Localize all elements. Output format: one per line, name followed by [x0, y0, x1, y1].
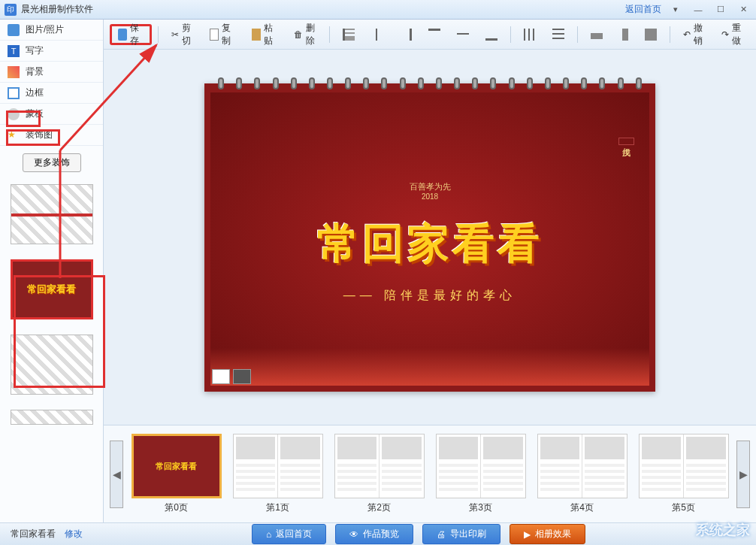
align-top-button[interactable] [422, 24, 447, 45]
mask-icon [8, 108, 20, 120]
sidebar-item-mask[interactable]: 蒙板 [0, 104, 103, 125]
background-icon [8, 66, 20, 78]
distribute-h-icon [524, 29, 536, 41]
align-left-button[interactable] [336, 24, 361, 45]
footer-export-button[interactable]: 🖨 导出印刷 [422, 524, 500, 544]
sidebar-label: 装饰图 [26, 129, 53, 141]
minimize-button[interactable]: — [690, 3, 706, 17]
canvas-area[interactable]: 百善孝为先 2018 戊戌年 常回家看看 —— 陪伴是最好的孝心 [104, 50, 756, 425]
cut-button[interactable]: ✂ 剪切 [165, 24, 200, 45]
page-strip-next[interactable]: ▶ [736, 441, 750, 508]
edit-link[interactable]: 修改 [65, 528, 83, 540]
page-item-5[interactable]: 第5页 [637, 434, 730, 514]
decoration-thumb[interactable] [11, 335, 93, 395]
align-bottom-icon [485, 29, 497, 41]
align-center-v-button[interactable] [450, 24, 476, 45]
project-name: 常回家看看 [11, 528, 56, 540]
spiral-binding [212, 77, 648, 89]
decoration-thumb-selected[interactable]: 常回家看看 [11, 259, 93, 319]
sidebar-label: 蒙板 [26, 107, 44, 120]
page-label: 第1页 [266, 501, 289, 514]
page-label: 第5页 [672, 501, 695, 514]
border-icon [8, 87, 20, 99]
canvas-page-button[interactable] [212, 369, 230, 384]
paste-button[interactable]: 粘贴 [245, 24, 284, 45]
effect-icon: ▶ [524, 529, 531, 540]
sidebar-item-decoration[interactable]: ★ 装饰图 [0, 125, 103, 146]
distribute-v-button[interactable] [546, 24, 571, 45]
dropdown-icon[interactable]: ▾ [667, 3, 684, 17]
page-label: 第2页 [367, 501, 391, 514]
distribute-v-icon [552, 29, 564, 41]
page-item-2[interactable]: 第2页 [332, 434, 426, 514]
preview-icon: 👁 [349, 529, 358, 540]
undo-icon: ↶ [683, 29, 691, 40]
delete-button[interactable]: 🗑 删除 [287, 24, 324, 45]
text-icon: T [8, 45, 20, 57]
app-icon: 印 [5, 4, 17, 16]
sidebar-label: 边框 [26, 86, 44, 99]
decoration-thumb[interactable] [11, 410, 93, 425]
page-strip: ◀ 常回家看看 第0页 第1页 第2页 第3页 [104, 425, 756, 522]
align-center-h-icon [371, 29, 383, 41]
redo-button[interactable]: ↷ 重做 [715, 24, 750, 45]
distribute-h-button[interactable] [517, 24, 543, 45]
footer-effect-button[interactable]: ▶ 相册效果 [510, 524, 585, 544]
page-label: 第3页 [469, 501, 492, 514]
width-icon [591, 33, 603, 39]
page-thumb: 常回家看看 [132, 434, 222, 498]
align-right-button[interactable] [393, 24, 419, 45]
trash-icon: 🗑 [294, 29, 303, 40]
width-equal-button[interactable] [584, 24, 609, 45]
maximize-button[interactable]: ☐ [712, 3, 729, 17]
copy-button[interactable]: 复制 [203, 24, 242, 45]
home-link[interactable]: 返回首页 [625, 3, 661, 16]
canvas-year: 2018 [422, 192, 438, 201]
sidebar-label: 图片/照片 [26, 23, 64, 36]
sidebar-label: 背景 [26, 65, 44, 78]
page-label: 第0页 [165, 501, 188, 514]
height-equal-button[interactable] [612, 24, 635, 45]
page-item-4[interactable]: 第4页 [535, 434, 629, 514]
page-item-1[interactable]: 第1页 [231, 434, 325, 514]
align-left-icon [343, 29, 355, 41]
sidebar-item-background[interactable]: 背景 [0, 62, 103, 83]
page-strip-prev[interactable]: ◀ [110, 441, 123, 508]
copy-icon [210, 29, 219, 41]
footer-home-button[interactable]: ⌂ 返回首页 [252, 524, 326, 544]
sidebar-item-text[interactable]: T 写字 [0, 41, 103, 62]
canvas[interactable]: 百善孝为先 2018 戊戌年 常回家看看 —— 陪伴是最好的孝心 [204, 83, 655, 392]
more-decorations-button[interactable]: 更多装饰 [23, 153, 81, 172]
decoration-thumbs: 常回家看看 [0, 180, 103, 522]
align-right-icon [400, 29, 412, 41]
star-icon: ★ [8, 129, 20, 141]
save-icon [118, 29, 127, 41]
toolbar: 保存 ✂ 剪切 复制 粘贴 🗑 删除 [104, 20, 756, 50]
redo-icon: ↷ [721, 29, 729, 40]
undo-button[interactable]: ↶ 撤销 [676, 24, 712, 45]
canvas-tool-button[interactable] [233, 369, 251, 384]
align-center-h-button[interactable] [364, 24, 390, 45]
footer-preview-button[interactable]: 👁 作品预览 [335, 524, 413, 544]
height-icon [622, 29, 628, 41]
save-button[interactable]: 保存 [110, 24, 152, 45]
close-button[interactable]: ✕ [735, 3, 751, 17]
canvas-main-title[interactable]: 常回家看看 [317, 216, 543, 273]
canvas-flowers-decoration [210, 348, 649, 386]
sidebar: 图片/照片 T 写字 背景 边框 蒙板 ★ 装饰图 更多装饰 常回家看看 [0, 20, 104, 522]
page-item-0[interactable]: 常回家看看 第0页 [129, 434, 223, 514]
home-icon: ⌂ [266, 529, 271, 540]
sidebar-item-photo[interactable]: 图片/照片 [0, 20, 103, 41]
size-equal-button[interactable] [638, 24, 664, 45]
align-bottom-button[interactable] [479, 24, 504, 45]
scissors-icon: ✂ [171, 29, 179, 40]
app-title: 晨光相册制作软件 [21, 3, 625, 16]
canvas-stamp: 戊戌年 [618, 138, 634, 145]
decoration-thumb[interactable] [11, 184, 93, 244]
titlebar: 印 晨光相册制作软件 返回首页 ▾ — ☐ ✕ [0, 0, 756, 20]
page-item-3[interactable]: 第3页 [434, 434, 528, 514]
align-top-icon [428, 29, 440, 41]
sidebar-item-border[interactable]: 边框 [0, 83, 103, 104]
footer: 常回家看看 修改 ⌂ 返回首页 👁 作品预览 🖨 导出印刷 ▶ 相册效果 [0, 522, 756, 545]
size-icon [645, 29, 657, 41]
